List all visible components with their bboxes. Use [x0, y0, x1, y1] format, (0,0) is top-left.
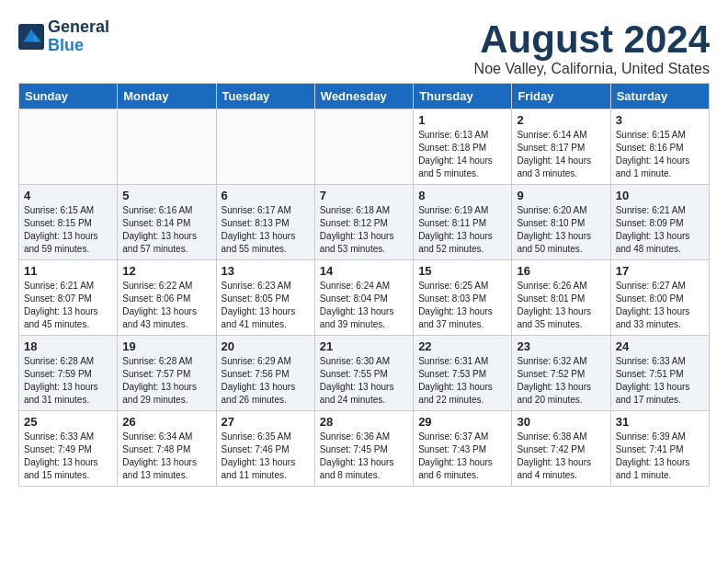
calendar-cell: 9Sunrise: 6:20 AM Sunset: 8:10 PM Daylig… [512, 185, 610, 260]
day-number: 7 [320, 189, 408, 202]
day-info: Sunrise: 6:19 AM Sunset: 8:11 PM Dayligh… [418, 204, 506, 256]
calendar-cell: 29Sunrise: 6:37 AM Sunset: 7:43 PM Dayli… [414, 411, 512, 487]
weekday-header-monday: Monday [118, 84, 216, 109]
calendar-cell: 22Sunrise: 6:31 AM Sunset: 7:53 PM Dayli… [414, 336, 512, 411]
calendar-cell: 11Sunrise: 6:21 AM Sunset: 8:07 PM Dayli… [19, 260, 118, 336]
calendar-cell: 2Sunrise: 6:14 AM Sunset: 8:17 PM Daylig… [512, 109, 610, 185]
day-info: Sunrise: 6:26 AM Sunset: 8:01 PM Dayligh… [517, 280, 605, 331]
day-info: Sunrise: 6:15 AM Sunset: 8:16 PM Dayligh… [616, 129, 704, 180]
day-info: Sunrise: 6:29 AM Sunset: 7:56 PM Dayligh… [222, 355, 310, 407]
calendar-cell: 4Sunrise: 6:15 AM Sunset: 8:15 PM Daylig… [19, 185, 118, 260]
day-info: Sunrise: 6:21 AM Sunset: 8:07 PM Dayligh… [24, 280, 112, 331]
day-number: 17 [616, 264, 704, 278]
calendar-week-row: 18Sunrise: 6:28 AM Sunset: 7:59 PM Dayli… [19, 336, 710, 411]
weekday-header-tuesday: Tuesday [216, 84, 314, 109]
header: General Blue August 2024 Noe Valley, Cal… [18, 18, 710, 77]
day-number: 23 [517, 339, 605, 353]
day-info: Sunrise: 6:31 AM Sunset: 7:53 PM Dayligh… [418, 355, 506, 407]
calendar-cell: 30Sunrise: 6:38 AM Sunset: 7:42 PM Dayli… [512, 411, 610, 487]
calendar-cell: 23Sunrise: 6:32 AM Sunset: 7:52 PM Dayli… [512, 336, 610, 411]
day-number: 9 [517, 189, 605, 202]
day-number: 27 [222, 415, 310, 429]
title-block: August 2024 Noe Valley, California, Unit… [474, 18, 710, 77]
day-info: Sunrise: 6:16 AM Sunset: 8:14 PM Dayligh… [122, 204, 210, 256]
calendar-cell: 7Sunrise: 6:18 AM Sunset: 8:12 PM Daylig… [314, 185, 413, 260]
day-number: 25 [24, 415, 112, 429]
calendar-cell: 21Sunrise: 6:30 AM Sunset: 7:55 PM Dayli… [314, 336, 413, 411]
weekday-header-thursday: Thursday [414, 84, 512, 109]
day-number: 24 [616, 339, 704, 353]
calendar-cell: 24Sunrise: 6:33 AM Sunset: 7:51 PM Dayli… [610, 336, 709, 411]
logo: General Blue [18, 18, 109, 55]
calendar-cell [19, 109, 118, 185]
day-info: Sunrise: 6:14 AM Sunset: 8:17 PM Dayligh… [517, 129, 605, 180]
day-number: 3 [616, 113, 704, 127]
day-number: 18 [24, 339, 112, 353]
calendar-cell: 13Sunrise: 6:23 AM Sunset: 8:05 PM Dayli… [216, 260, 314, 336]
day-info: Sunrise: 6:17 AM Sunset: 8:13 PM Dayligh… [222, 204, 310, 256]
calendar-cell [118, 109, 216, 185]
day-info: Sunrise: 6:33 AM Sunset: 7:49 PM Dayligh… [24, 431, 112, 482]
calendar-cell: 3Sunrise: 6:15 AM Sunset: 8:16 PM Daylig… [610, 109, 709, 185]
day-info: Sunrise: 6:23 AM Sunset: 8:05 PM Dayligh… [222, 280, 310, 331]
weekday-header-row: SundayMondayTuesdayWednesdayThursdayFrid… [19, 84, 710, 109]
day-number: 15 [418, 264, 506, 278]
calendar-cell: 8Sunrise: 6:19 AM Sunset: 8:11 PM Daylig… [414, 185, 512, 260]
day-info: Sunrise: 6:13 AM Sunset: 8:18 PM Dayligh… [418, 129, 506, 180]
day-number: 16 [517, 264, 605, 278]
weekday-header-wednesday: Wednesday [314, 84, 413, 109]
day-number: 14 [320, 264, 408, 278]
day-number: 19 [122, 339, 210, 353]
calendar-cell: 26Sunrise: 6:34 AM Sunset: 7:48 PM Dayli… [118, 411, 216, 487]
logo-icon [18, 24, 44, 50]
day-info: Sunrise: 6:15 AM Sunset: 8:15 PM Dayligh… [24, 204, 112, 256]
logo-general-label: General [48, 18, 109, 37]
day-number: 4 [24, 189, 112, 202]
calendar-cell [216, 109, 314, 185]
day-info: Sunrise: 6:25 AM Sunset: 8:03 PM Dayligh… [418, 280, 506, 331]
day-number: 28 [320, 415, 408, 429]
main-title: August 2024 [474, 18, 710, 61]
day-info: Sunrise: 6:20 AM Sunset: 8:10 PM Dayligh… [517, 204, 605, 256]
calendar-cell: 15Sunrise: 6:25 AM Sunset: 8:03 PM Dayli… [414, 260, 512, 336]
calendar-cell: 14Sunrise: 6:24 AM Sunset: 8:04 PM Dayli… [314, 260, 413, 336]
calendar-week-row: 11Sunrise: 6:21 AM Sunset: 8:07 PM Dayli… [19, 260, 710, 336]
day-info: Sunrise: 6:27 AM Sunset: 8:00 PM Dayligh… [616, 280, 704, 331]
calendar-cell: 27Sunrise: 6:35 AM Sunset: 7:46 PM Dayli… [216, 411, 314, 487]
day-info: Sunrise: 6:28 AM Sunset: 7:59 PM Dayligh… [24, 355, 112, 407]
calendar-cell: 16Sunrise: 6:26 AM Sunset: 8:01 PM Dayli… [512, 260, 610, 336]
day-number: 29 [418, 415, 506, 429]
calendar-week-row: 4Sunrise: 6:15 AM Sunset: 8:15 PM Daylig… [19, 185, 710, 260]
calendar-table: SundayMondayTuesdayWednesdayThursdayFrid… [18, 83, 710, 487]
day-number: 20 [222, 339, 310, 353]
page: General Blue August 2024 Noe Valley, Cal… [0, 0, 728, 496]
day-info: Sunrise: 6:35 AM Sunset: 7:46 PM Dayligh… [222, 431, 310, 482]
calendar-week-row: 25Sunrise: 6:33 AM Sunset: 7:49 PM Dayli… [19, 411, 710, 487]
calendar-cell: 20Sunrise: 6:29 AM Sunset: 7:56 PM Dayli… [216, 336, 314, 411]
calendar-cell: 28Sunrise: 6:36 AM Sunset: 7:45 PM Dayli… [314, 411, 413, 487]
day-number: 8 [418, 189, 506, 202]
day-info: Sunrise: 6:38 AM Sunset: 7:42 PM Dayligh… [517, 431, 605, 482]
weekday-header-sunday: Sunday [19, 84, 118, 109]
calendar-cell: 25Sunrise: 6:33 AM Sunset: 7:49 PM Dayli… [19, 411, 118, 487]
calendar-cell: 5Sunrise: 6:16 AM Sunset: 8:14 PM Daylig… [118, 185, 216, 260]
calendar-cell: 10Sunrise: 6:21 AM Sunset: 8:09 PM Dayli… [610, 185, 709, 260]
day-info: Sunrise: 6:30 AM Sunset: 7:55 PM Dayligh… [320, 355, 408, 407]
logo-blue-label: Blue [48, 37, 109, 55]
calendar-cell: 1Sunrise: 6:13 AM Sunset: 8:18 PM Daylig… [414, 109, 512, 185]
calendar-cell: 6Sunrise: 6:17 AM Sunset: 8:13 PM Daylig… [216, 185, 314, 260]
day-number: 2 [517, 113, 605, 127]
day-number: 12 [122, 264, 210, 278]
day-info: Sunrise: 6:28 AM Sunset: 7:57 PM Dayligh… [122, 355, 210, 407]
day-info: Sunrise: 6:22 AM Sunset: 8:06 PM Dayligh… [122, 280, 210, 331]
day-info: Sunrise: 6:37 AM Sunset: 7:43 PM Dayligh… [418, 431, 506, 482]
day-info: Sunrise: 6:32 AM Sunset: 7:52 PM Dayligh… [517, 355, 605, 407]
calendar-cell: 19Sunrise: 6:28 AM Sunset: 7:57 PM Dayli… [118, 336, 216, 411]
calendar-week-row: 1Sunrise: 6:13 AM Sunset: 8:18 PM Daylig… [19, 109, 710, 185]
day-number: 5 [122, 189, 210, 202]
day-number: 6 [222, 189, 310, 202]
day-number: 22 [418, 339, 506, 353]
day-number: 30 [517, 415, 605, 429]
subtitle: Noe Valley, California, United States [474, 61, 710, 77]
weekday-header-friday: Friday [512, 84, 610, 109]
